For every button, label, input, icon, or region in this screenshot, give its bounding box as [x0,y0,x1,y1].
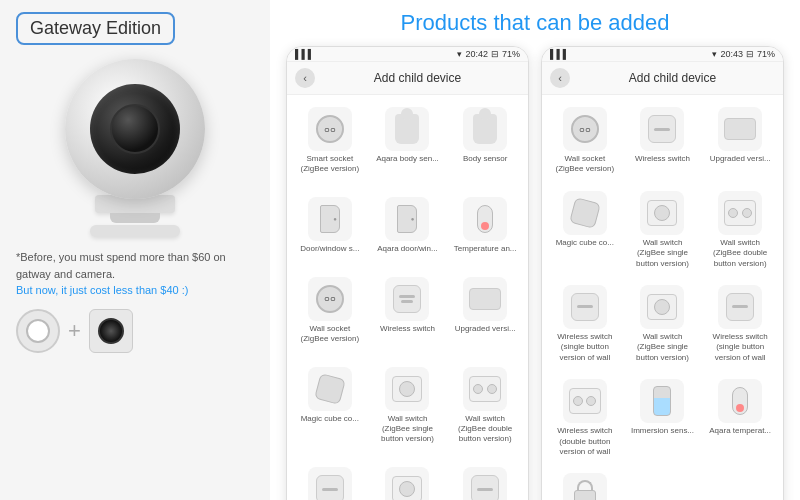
phone2-grid: ○○ Wall socket(ZigBee version) Wireless … [542,95,783,500]
list-item[interactable]: ○○ Wall socket(ZigBee version) [548,101,622,181]
list-item[interactable]: Wireless switch [371,271,445,357]
device-icon [463,277,507,321]
device-icon [718,107,762,151]
mini-camera [89,309,133,353]
bottom-products: + [16,309,254,353]
socket-icon: ○○ [316,115,344,143]
phone1-back-button[interactable]: ‹ [295,68,315,88]
phone2: ▌▌▌ ▾ 20:43 ⊟ 71% ‹ Add child device ○○ … [541,46,784,500]
wall-switch2-icon [392,476,422,500]
list-item[interactable]: Wall switch(ZigBee singlebutton version) [371,361,445,457]
camera-lens-inner [110,104,160,154]
phones-row: ▌▌▌ ▾ 20:42 ⊟ 71% ‹ Add child device ○○ [286,46,784,500]
list-item[interactable]: ○○ Smart socket(ZigBee version) [293,101,367,187]
list-item[interactable]: Wall switch(ZigBee singlebutton version) [626,279,700,369]
list-item[interactable]: Aqara temperat... [703,373,777,463]
device-label: Temperature an... [454,244,517,254]
device-label: Smart socket(ZigBee version) [300,154,359,175]
device-label: Aqara door/win... [377,244,437,254]
list-item[interactable]: Upgraded versi... [448,271,522,357]
device-label: Wireless switch(double buttonversion of … [557,426,612,457]
device-label: Aqara temperat... [709,426,771,436]
device-icon [308,197,352,241]
list-item[interactable]: Door/window s... [293,191,367,267]
phone2-battery: 71% [757,49,775,59]
list-item[interactable]: Wall switch(ZigBee doublebutton version) [703,185,777,275]
phone1-status-icons: ▾ 20:42 ⊟ 71% [457,49,520,59]
p2-wireless3-icon [726,293,754,321]
phone2-signal-icon: ▌▌▌ [550,49,569,59]
body-sensor-icon [395,114,419,144]
p2-wall-switch2-icon [647,294,677,320]
camera-body [65,59,205,199]
sensor-product [16,309,60,353]
device-icon: ○○ [308,107,352,151]
list-item[interactable]: Aqara smart do... [548,467,622,500]
list-item[interactable]: Aqara body sen... [371,101,445,187]
list-item[interactable]: Wall switch [371,461,445,500]
device-icon [463,367,507,411]
device-label: Aqara body sen... [376,154,439,164]
list-item[interactable]: Aqara door/win... [371,191,445,267]
list-item[interactable]: Wireless switch(double buttonversion of … [548,373,622,463]
device-icon [385,467,429,500]
camera-foot [90,225,180,237]
section-title: Products that can be added [286,10,784,36]
promo-line2: But now, it just cost less than $40 :) [16,284,188,296]
list-item[interactable]: Upgraded versi... [703,101,777,181]
device-icon [718,191,762,235]
device-label: Wall switch(ZigBee doublebutton version) [713,238,767,269]
device-icon [640,107,684,151]
p2-double2-icon [569,388,601,414]
device-label: Upgraded versi... [455,324,516,334]
camera-lens-outer [90,84,180,174]
list-item[interactable]: Wireless switch(single buttonversion of … [703,279,777,369]
device-label: Wall switch(ZigBee singlebutton version) [381,414,434,445]
list-item[interactable]: Magic cube co... [293,361,367,457]
list-item[interactable]: Wall switch(ZigBee singlebutton version) [626,185,700,275]
device-label: Upgraded versi... [710,154,771,164]
door2-icon [397,205,417,233]
list-item[interactable]: Magic cube co... [548,185,622,275]
gateway-label: Gateway Edition [30,18,161,38]
device-label: Wireless switch(single buttonversion of … [557,332,612,363]
p2-double-switch-icon [724,200,756,226]
device-label: Magic cube co... [301,414,359,424]
sensor-inner [26,319,50,343]
list-item[interactable]: Wall switch(ZigBee doublebutton version) [448,361,522,457]
phone2-header: ‹ Add child device [542,62,783,95]
p2-socket-icon: ○○ [571,115,599,143]
phone1-wifi-icon: ▾ [457,49,462,59]
list-item[interactable]: Wireless switch(single buttonversion of … [548,279,622,369]
phone2-time: 20:43 [720,49,743,59]
p2-immersion-icon [653,386,671,416]
device-label: Wall switch(ZigBee doublebutton version) [458,414,512,445]
device-label: Door/window s... [300,244,359,254]
phone2-back-button[interactable]: ‹ [550,68,570,88]
socket2-icon: ○○ [316,285,344,313]
device-label: Wall switch(ZigBee singlebutton version) [636,238,689,269]
device-label: Wireless switch [380,324,435,334]
phone2-battery-icon: ⊟ [746,49,754,59]
list-item[interactable]: Immersion sens... [626,373,700,463]
wireless2-icon [316,475,344,500]
list-item[interactable]: ○○ Wall socket(ZigBee version) [293,271,367,357]
list-item[interactable]: Temperature an... [448,191,522,267]
device-icon [640,285,684,329]
device-icon [563,285,607,329]
promo-text: *Before, you must spend more than $60 on… [16,249,254,299]
p2-cube-icon [569,197,601,229]
device-icon [563,191,607,235]
phone1-battery-icon: ⊟ [491,49,499,59]
gateway-badge: Gateway Edition [16,12,175,45]
list-item[interactable]: Wireless switch [626,101,700,181]
list-item[interactable]: Wireless switch [448,461,522,500]
device-label: Wall switch(ZigBee singlebutton version) [636,332,689,363]
door-icon [320,205,340,233]
device-icon [563,473,607,500]
device-icon: ○○ [308,277,352,321]
list-item[interactable]: Body sensor [448,101,522,187]
camera-stand [110,213,160,223]
list-item[interactable]: Wireless switch [293,461,367,500]
right-panel: Products that can be added ▌▌▌ ▾ 20:42 ⊟… [270,0,800,500]
